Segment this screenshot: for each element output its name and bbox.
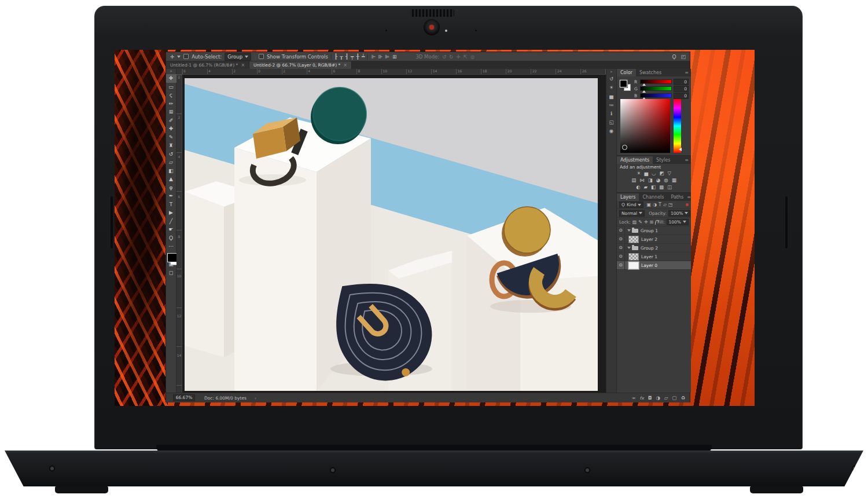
filter-kind-dropdown[interactable]: Ϙ Kind bbox=[619, 202, 643, 208]
hue-saturation-icon[interactable]: ▤ bbox=[631, 177, 636, 184]
type-tool[interactable]: T bbox=[166, 200, 176, 209]
close-icon[interactable]: × bbox=[343, 63, 347, 68]
brush-tool[interactable]: ✎ bbox=[166, 133, 176, 142]
canvas[interactable] bbox=[182, 75, 606, 393]
vibrance-icon[interactable]: ▽ bbox=[668, 170, 672, 177]
zoom-tool[interactable]: Ϙ bbox=[166, 234, 176, 243]
search-icon[interactable]: Ϙ bbox=[672, 54, 676, 60]
clone-stamp-tool[interactable]: ♜ bbox=[166, 141, 176, 150]
lock-artboard-icon[interactable]: ⊞ bbox=[650, 219, 654, 225]
foreground-color-swatch[interactable] bbox=[620, 80, 627, 87]
brightness-contrast-icon[interactable]: ☀ bbox=[637, 170, 641, 177]
move-tool-icon[interactable]: ✛ bbox=[170, 54, 174, 60]
layer-row-layer-2[interactable]: ⊙ Layer 2 bbox=[617, 235, 691, 244]
lock-transparent-icon[interactable]: ▨ bbox=[632, 219, 637, 225]
gradient-map-icon[interactable]: ▩ bbox=[659, 184, 664, 191]
healing-brush-tool[interactable]: ✚ bbox=[166, 124, 176, 133]
filter-adjustment-icon[interactable]: ◑ bbox=[653, 202, 657, 207]
expand-tools-chevron[interactable]: » bbox=[166, 69, 176, 74]
distribute-vertical-icon[interactable]: ⊩ bbox=[371, 54, 376, 60]
clone-source-panel-icon[interactable]: ◱ bbox=[606, 118, 617, 127]
levels-icon[interactable]: ▅ bbox=[645, 170, 649, 177]
layer-mask-icon[interactable]: ◘ bbox=[648, 395, 652, 401]
move-tool[interactable]: ✛ bbox=[166, 74, 176, 83]
green-slider[interactable] bbox=[640, 86, 672, 91]
threshold-icon[interactable]: ◧ bbox=[651, 184, 656, 191]
color-lookup-icon[interactable]: ▦ bbox=[672, 177, 676, 184]
panel-menu-icon[interactable]: ≡ bbox=[685, 156, 691, 164]
new-group-icon[interactable]: ▱ bbox=[664, 395, 668, 401]
visibility-eye-icon[interactable]: ⊙ bbox=[617, 235, 625, 243]
history-brush-tool[interactable]: ↺ bbox=[166, 150, 176, 159]
align-right-icon[interactable]: ┨ bbox=[345, 54, 348, 60]
dodge-tool[interactable]: φ bbox=[166, 184, 176, 192]
tab-adjustments[interactable]: Adjustments bbox=[617, 156, 653, 164]
blend-mode-dropdown[interactable]: Normal bbox=[619, 210, 645, 217]
align-center-h-icon[interactable]: ┰ bbox=[340, 54, 343, 60]
invert-icon[interactable]: ◐ bbox=[636, 184, 640, 191]
channel-mixer-icon[interactable]: ◍ bbox=[664, 177, 668, 184]
new-adjustment-icon[interactable]: ◑ bbox=[656, 395, 660, 401]
shape-tool[interactable]: ╱ bbox=[166, 217, 176, 226]
panel-menu-icon[interactable]: ≡ bbox=[687, 193, 693, 201]
visibility-eye-icon[interactable]: ⊙ bbox=[617, 261, 625, 269]
lock-pixels-icon[interactable]: ✎ bbox=[638, 219, 642, 225]
filter-smart-icon[interactable]: ◳ bbox=[668, 202, 673, 207]
eyedropper-tool[interactable]: ✐ bbox=[166, 116, 176, 125]
path-select-tool[interactable]: ▶ bbox=[166, 208, 176, 217]
tab-untitled-1[interactable]: Untitled-1 @ 66.7% (RGB/8#) * × bbox=[166, 61, 249, 69]
filter-pixel-icon[interactable]: ▣ bbox=[646, 202, 651, 207]
red-slider[interactable] bbox=[640, 79, 672, 84]
layer-thumbnail[interactable] bbox=[628, 236, 639, 243]
distribute-horizontal-icon[interactable]: ⊪ bbox=[378, 54, 382, 60]
posterize-icon[interactable]: ▰ bbox=[643, 184, 648, 191]
layer-row-group-1[interactable]: ⊙ Group 1 bbox=[617, 226, 691, 235]
opacity-field[interactable]: 100% bbox=[668, 210, 690, 217]
tab-swatches[interactable]: Swatches bbox=[636, 69, 665, 76]
blue-slider[interactable] bbox=[640, 93, 672, 98]
eraser-tool[interactable]: ▱ bbox=[166, 158, 176, 167]
hue-slider-arrow[interactable] bbox=[679, 148, 682, 151]
delete-layer-icon[interactable]: ♻ bbox=[681, 395, 685, 401]
tab-channels[interactable]: Channels bbox=[639, 193, 667, 201]
slider-thumb[interactable] bbox=[642, 83, 646, 86]
visibility-eye-icon[interactable]: ⊙ bbox=[617, 226, 625, 235]
gradient-tool[interactable]: ◧ bbox=[166, 167, 176, 175]
info-panel-icon[interactable]: ℹ bbox=[606, 109, 617, 118]
align-bottom-icon[interactable]: ┷ bbox=[362, 54, 365, 60]
workspace-switcher-icon[interactable]: ◰ bbox=[681, 54, 686, 60]
slider-thumb[interactable] bbox=[642, 90, 646, 93]
filter-shape-icon[interactable]: ▱ bbox=[663, 202, 667, 207]
photo-filter-icon[interactable]: ◕ bbox=[656, 177, 660, 184]
close-icon[interactable]: × bbox=[241, 63, 245, 68]
auto-select-checkbox[interactable] bbox=[183, 54, 189, 59]
saturation-brightness-picker[interactable] bbox=[620, 99, 670, 153]
show-transform-checkbox[interactable] bbox=[259, 54, 264, 59]
green-value-field[interactable]: 0 bbox=[674, 86, 689, 92]
collapse-caret-icon[interactable] bbox=[627, 247, 631, 249]
ruler-origin-corner[interactable] bbox=[176, 69, 182, 75]
status-chevron-icon[interactable]: › bbox=[255, 396, 256, 401]
blue-value-field[interactable]: 0 bbox=[674, 93, 689, 99]
layer-row-layer-0[interactable]: ⊙ Layer 0 bbox=[617, 261, 691, 270]
layer-row-group-2[interactable]: ⊙ Group 2 bbox=[617, 244, 691, 252]
hue-slider[interactable] bbox=[674, 99, 681, 153]
tab-color[interactable]: Color bbox=[617, 69, 636, 76]
layer-row-layer-1[interactable]: ⊙ Layer 1 bbox=[617, 252, 691, 261]
zoom-level-field[interactable]: 66.67% bbox=[173, 394, 195, 401]
panel-menu-icon[interactable]: ≡ bbox=[685, 69, 691, 76]
auto-select-dropdown[interactable]: Group bbox=[225, 53, 251, 61]
navigator-panel-icon[interactable]: ◉ bbox=[606, 127, 617, 136]
tab-layers[interactable]: Layers bbox=[617, 193, 639, 201]
pen-tool[interactable]: ✒ bbox=[166, 192, 176, 200]
hand-tool[interactable]: ☛ bbox=[166, 225, 176, 234]
align-top-icon[interactable]: ┯ bbox=[351, 54, 354, 60]
lasso-tool[interactable]: ς bbox=[166, 91, 176, 100]
exposure-icon[interactable]: ◩ bbox=[660, 170, 664, 177]
visibility-eye-icon[interactable]: ⊙ bbox=[617, 244, 625, 252]
filter-type-icon[interactable]: T bbox=[659, 202, 661, 207]
distribute-spacing-icon[interactable]: ⊫ bbox=[385, 54, 389, 60]
curves-icon[interactable]: ◡ bbox=[652, 170, 656, 177]
picker-cursor[interactable] bbox=[622, 145, 627, 150]
tab-untitled-2[interactable]: Untitled-2 @ 66.7% (Layer 0, RGB/8#) * × bbox=[249, 61, 352, 69]
